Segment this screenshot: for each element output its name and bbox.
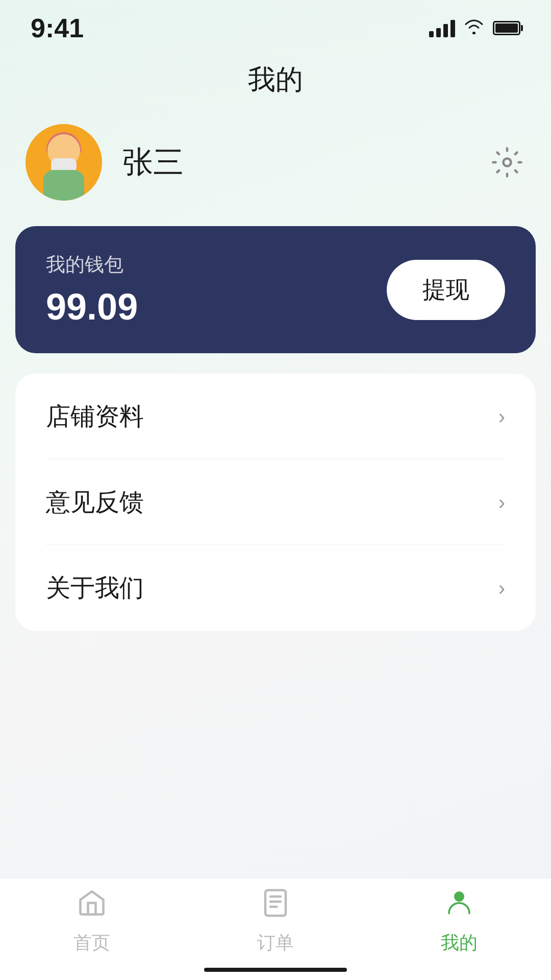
- svg-point-5: [454, 892, 464, 902]
- status-time: 9:41: [31, 13, 84, 43]
- wallet-amount: 99.09: [46, 286, 138, 328]
- profile-left: 张三: [26, 124, 184, 201]
- wallet-card: 我的钱包 99.09 提现: [15, 226, 536, 353]
- wallet-info: 我的钱包 99.09: [46, 252, 138, 328]
- svg-rect-1: [265, 890, 286, 916]
- menu-item-label-store-profile: 店铺资料: [46, 400, 144, 433]
- username: 张三: [122, 142, 184, 183]
- withdraw-button[interactable]: 提现: [387, 260, 505, 320]
- status-bar: 9:41: [0, 0, 551, 46]
- status-icons: [429, 17, 520, 39]
- nav-item-mine[interactable]: 我的: [367, 888, 551, 955]
- menu-item-store-profile[interactable]: 店铺资料 ›: [15, 374, 536, 459]
- bottom-nav: 首页 订单 我的: [0, 878, 551, 980]
- menu-item-label-about-us: 关于我们: [46, 572, 144, 604]
- nav-item-orders[interactable]: 订单: [184, 888, 367, 955]
- battery-icon: [493, 21, 520, 35]
- menu-list: 店铺资料 › 意见反馈 › 关于我们 ›: [15, 374, 536, 631]
- nav-item-home[interactable]: 首页: [0, 888, 184, 955]
- home-icon: [77, 888, 107, 924]
- home-bar: [204, 968, 347, 972]
- wifi-icon: [464, 17, 484, 39]
- chevron-right-icon: ›: [498, 405, 505, 428]
- nav-label-mine: 我的: [441, 930, 478, 955]
- signal-icon: [429, 19, 455, 37]
- menu-item-about-us[interactable]: 关于我们 ›: [15, 545, 536, 631]
- nav-label-orders: 订单: [257, 930, 294, 955]
- settings-button[interactable]: [489, 144, 525, 181]
- menu-item-label-feedback: 意见反馈: [46, 486, 144, 519]
- profile-section: 张三: [0, 124, 551, 201]
- avatar: [26, 124, 102, 201]
- page-title: 我的: [0, 46, 551, 124]
- wallet-label: 我的钱包: [46, 252, 138, 278]
- chevron-right-icon: ›: [498, 491, 505, 514]
- chevron-right-icon: ›: [498, 577, 505, 600]
- svg-point-0: [504, 159, 511, 166]
- menu-item-feedback[interactable]: 意见反馈 ›: [15, 459, 536, 545]
- mine-icon: [444, 888, 474, 924]
- orders-icon: [260, 888, 291, 924]
- nav-label-home: 首页: [73, 930, 110, 955]
